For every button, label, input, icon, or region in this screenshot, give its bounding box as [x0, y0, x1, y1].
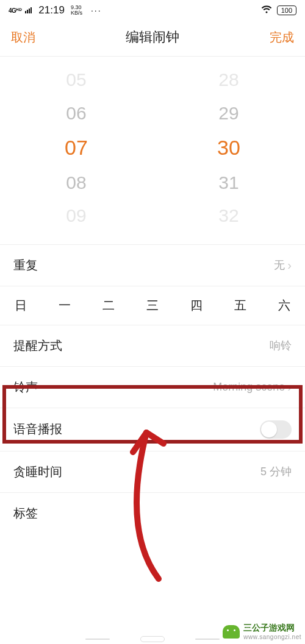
network-speed: 9.30 KB/s: [71, 5, 82, 16]
minute-option[interactable]: 31: [218, 171, 239, 196]
network-type: 4Gᴴᴰ: [9, 7, 21, 14]
cancel-button[interactable]: 取消: [11, 29, 35, 46]
hour-option[interactable]: 06: [66, 101, 86, 126]
status-bar: 4Gᴴᴰ 21:19 9.30 KB/s ··· 100: [0, 0, 305, 21]
nav-recent-icon: [195, 639, 220, 640]
weekday-fri[interactable]: 五: [234, 297, 246, 314]
clock-time: 21:19: [38, 4, 65, 16]
ringtone-value: Morning scene ›: [213, 380, 292, 394]
minute-column[interactable]: 28 29 30 31 32: [152, 68, 305, 228]
status-right: 100: [261, 5, 296, 16]
reminder-label: 提醒方式: [13, 338, 62, 354]
wifi-icon: [261, 5, 272, 16]
speed-unit: KB/s: [71, 10, 82, 16]
tag-label: 标签: [13, 505, 38, 522]
nav-bar: 取消 编辑闹钟 完成: [0, 21, 305, 56]
reminder-value: 响铃: [270, 338, 292, 353]
weekday-wed[interactable]: 三: [146, 297, 159, 314]
weekday-selector: 日 一 二 三 四 五 六: [0, 286, 305, 325]
ringtone-label: 铃声: [13, 379, 38, 395]
hour-option[interactable]: 09: [66, 203, 86, 228]
hour-column[interactable]: 05 06 07 08 09: [0, 68, 152, 228]
tag-row[interactable]: 标签: [0, 492, 305, 534]
repeat-row[interactable]: 重复 无 ›: [0, 244, 305, 286]
hour-option[interactable]: 08: [66, 171, 86, 196]
snooze-label: 贪睡时间: [13, 464, 62, 480]
nav-home-icon: [140, 636, 165, 642]
chevron-right-icon: ›: [287, 258, 292, 272]
signal-icon: [25, 7, 32, 13]
weekday-thu[interactable]: 四: [190, 297, 203, 314]
battery-percent: 100: [281, 7, 292, 14]
weekday-sat[interactable]: 六: [278, 297, 290, 314]
repeat-value: 无 ›: [274, 258, 292, 272]
hour-selected[interactable]: 07: [65, 134, 88, 162]
repeat-label: 重复: [13, 257, 38, 274]
minute-option[interactable]: 28: [218, 68, 239, 93]
weekday-tue[interactable]: 二: [102, 297, 115, 314]
watermark-title: 三公子游戏网: [243, 623, 295, 632]
watermark-url: www.sangongzi.net: [243, 634, 301, 640]
minute-option[interactable]: 29: [218, 101, 239, 126]
voice-toggle[interactable]: [260, 420, 292, 439]
ringtone-row[interactable]: 铃声 Morning scene ›: [0, 366, 305, 408]
weekday-mon[interactable]: 一: [59, 297, 71, 314]
reminder-row[interactable]: 提醒方式 响铃: [0, 325, 305, 366]
hour-option[interactable]: 05: [66, 68, 86, 93]
voice-row: 语音播报: [0, 408, 305, 451]
snooze-row[interactable]: 贪睡时间 5 分钟: [0, 451, 305, 492]
watermark-text: 三公子游戏网 www.sangongzi.net: [243, 623, 301, 640]
status-left: 4Gᴴᴰ 21:19 9.30 KB/s ···: [9, 4, 102, 16]
chevron-right-icon: ›: [287, 380, 292, 394]
done-button[interactable]: 完成: [270, 29, 294, 46]
weekday-sun[interactable]: 日: [15, 297, 27, 314]
android-icon: [223, 625, 240, 639]
voice-label: 语音播报: [13, 421, 62, 437]
minute-selected[interactable]: 30: [217, 134, 240, 162]
nav-back-icon: [85, 639, 110, 640]
time-picker[interactable]: 05 06 07 08 09 28 29 30 31 32: [0, 56, 305, 244]
page-title: 编辑闹钟: [126, 28, 179, 46]
more-dots-icon: ···: [91, 5, 102, 15]
snooze-value: 5 分钟: [260, 464, 292, 479]
minute-option[interactable]: 32: [218, 203, 239, 228]
battery-indicator: 100: [277, 5, 296, 15]
watermark: 三公子游戏网 www.sangongzi.net: [223, 623, 301, 640]
